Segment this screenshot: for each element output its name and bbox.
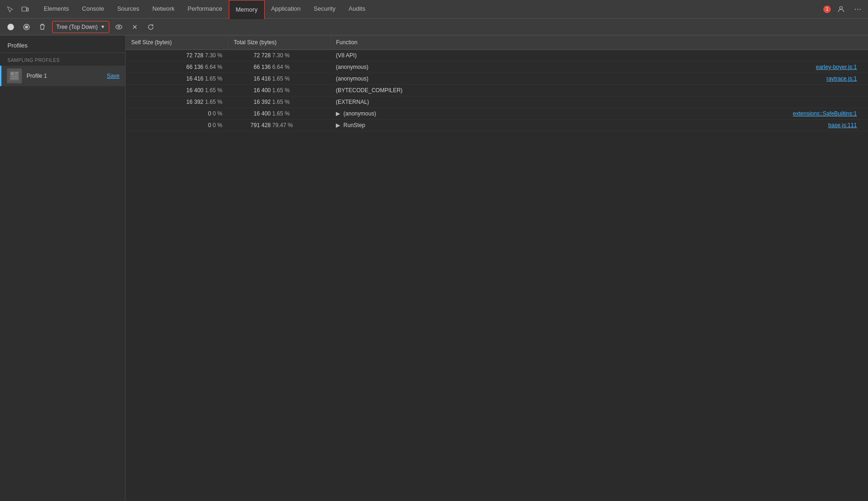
tab-sources[interactable]: Sources	[111, 0, 146, 19]
tab-network[interactable]: Network	[146, 0, 181, 19]
source-link[interactable]: raytrace.js:1	[827, 75, 857, 82]
source-link[interactable]: extensions::SafeBuiltins:1	[793, 110, 857, 117]
tab-elements[interactable]: Elements	[37, 0, 75, 19]
top-nav: Elements Console Sources Network Perform…	[0, 0, 868, 19]
cursor-icon[interactable]	[4, 3, 17, 16]
profile-item[interactable]: Profile 1 Save	[0, 66, 125, 86]
table-row[interactable]: 16 400 1.65 %16 400 1.65 %(BYTECODE_COMP…	[126, 85, 868, 96]
sidebar-section-label: SAMPLING PROFILES	[0, 53, 125, 66]
nav-right: 1 ⋯	[823, 3, 864, 16]
tab-application[interactable]: Application	[265, 0, 307, 19]
sidebar-header: Profiles	[0, 35, 125, 53]
svg-rect-1	[27, 8, 28, 11]
table-row[interactable]: 66 136 6.64 %66 136 6.64 %(anonymous)ear…	[126, 61, 868, 73]
tab-console[interactable]: Console	[75, 0, 111, 19]
record-button[interactable]	[5, 21, 17, 33]
stop-button[interactable]	[20, 21, 33, 33]
tab-memory[interactable]: Memory	[229, 0, 265, 19]
tab-audits[interactable]: Audits	[342, 0, 372, 19]
tab-performance[interactable]: Performance	[181, 0, 228, 19]
tab-security[interactable]: Security	[307, 0, 342, 19]
toolbar: Tree (Top Down) ▼ ✕	[0, 19, 868, 35]
clear-button[interactable]	[36, 21, 48, 33]
sidebar: Profiles SAMPLING PROFILES Profile 1 Sav…	[0, 35, 126, 501]
svg-rect-0	[22, 7, 27, 11]
profile-name: Profile 1	[27, 73, 102, 79]
svg-point-5	[116, 25, 122, 29]
svg-rect-10	[15, 74, 18, 75]
data-panel: Self Size (bytes) Total Size (bytes) Fun…	[126, 35, 868, 501]
error-count-wrapper[interactable]: 1	[823, 6, 831, 13]
user-icon[interactable]	[835, 3, 848, 16]
profiler-table: Self Size (bytes) Total Size (bytes) Fun…	[126, 35, 868, 131]
svg-rect-4	[25, 26, 28, 28]
close-button[interactable]: ✕	[129, 21, 141, 33]
expand-arrow[interactable]: ▶	[336, 122, 341, 129]
table-row[interactable]: 0 0 %791 428 79.47 %▶ RunStepbase.js:111	[126, 120, 868, 131]
table-row[interactable]: 16 392 1.65 %16 392 1.65 %(EXTERNAL)	[126, 96, 868, 108]
source-link[interactable]: base.js:111	[828, 122, 857, 129]
view-dropdown[interactable]: Tree (Top Down) ▼	[52, 21, 109, 33]
col-self-size[interactable]: Self Size (bytes)	[126, 35, 228, 50]
error-badge: 1	[823, 6, 831, 13]
source-link[interactable]: earley-boyer.js:1	[816, 64, 857, 70]
main-content: Profiles SAMPLING PROFILES Profile 1 Sav…	[0, 35, 868, 501]
svg-point-2	[840, 7, 842, 9]
svg-rect-9	[15, 72, 18, 74]
expand-arrow[interactable]: ▶	[336, 110, 341, 117]
profile-icon	[7, 68, 22, 83]
profile-save-link[interactable]: Save	[107, 73, 120, 79]
svg-point-6	[118, 26, 120, 28]
devtools-icons	[4, 3, 32, 16]
table-row[interactable]: 72 728 7.30 %72 728 7.30 %(V8 API)	[126, 50, 868, 61]
table-row[interactable]: 0 0 %16 400 1.65 %▶ (anonymous)extension…	[126, 108, 868, 120]
col-total-size[interactable]: Total Size (bytes)	[228, 35, 330, 50]
reload-button[interactable]	[145, 21, 157, 33]
table-row[interactable]: 16 416 1.65 %16 416 1.65 %(anonymous)ray…	[126, 73, 868, 85]
device-icon[interactable]	[19, 3, 32, 16]
col-function[interactable]: Function	[330, 35, 868, 50]
table-header-row: Self Size (bytes) Total Size (bytes) Fun…	[126, 35, 868, 50]
svg-rect-11	[11, 76, 18, 77]
more-icon[interactable]: ⋯	[851, 3, 864, 16]
svg-rect-12	[11, 78, 18, 79]
eye-button[interactable]	[113, 21, 125, 33]
chevron-down-icon: ▼	[100, 24, 105, 29]
svg-rect-8	[11, 72, 14, 75]
